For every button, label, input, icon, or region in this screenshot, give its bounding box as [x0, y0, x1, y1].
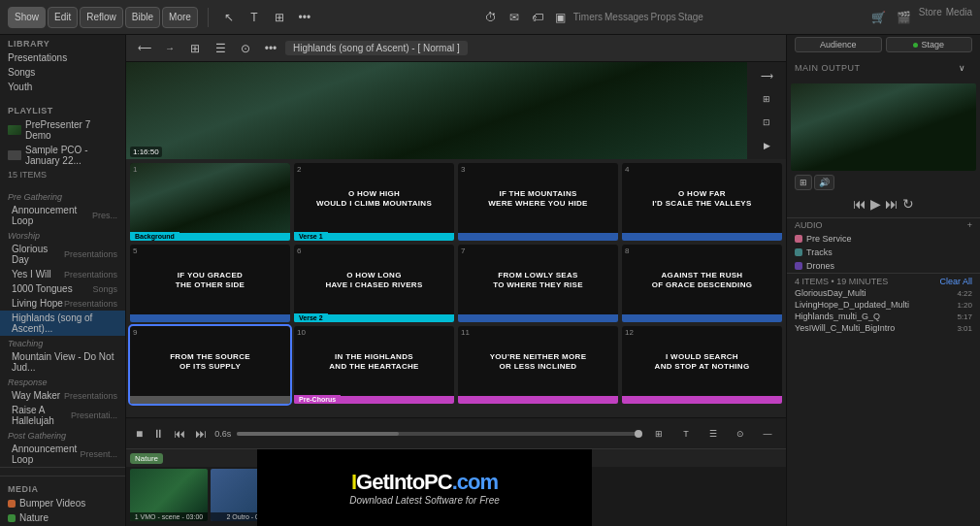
- song-highlands[interactable]: Highlands (song of Ascent)...: [0, 311, 125, 336]
- playback-prev[interactable]: ⏮: [853, 196, 866, 212]
- zoom-icon[interactable]: ⊙: [235, 38, 256, 59]
- slide-1-background[interactable]: 1 Background: [130, 163, 290, 241]
- folder-nature[interactable]: Nature: [0, 510, 125, 525]
- slide-7[interactable]: FROM LOWLY SEASTO WHERE THEY RISE 7: [458, 245, 618, 322]
- slide-4[interactable]: O HOW FARI'D SCALE THE VALLEYS 4: [622, 163, 782, 241]
- playlist-demo[interactable]: PrePresenter 7 Demo: [0, 117, 125, 143]
- stage-button[interactable]: Stage: [886, 37, 973, 52]
- watermark-overlay: IGetIntoPC.com Download Latest Software …: [257, 448, 592, 526]
- slide-6-verse2[interactable]: O HOW LONGHAVE I CHASED RIVERS 6 Verse 2: [294, 245, 454, 322]
- output-btn-2[interactable]: 🔊: [814, 175, 834, 190]
- slide-8-label-bar: [622, 314, 782, 322]
- next-button[interactable]: ⏭: [193, 425, 209, 443]
- playback-next[interactable]: ⏭: [885, 196, 898, 212]
- list-view-icon[interactable]: ☰: [210, 38, 231, 59]
- playback-play[interactable]: ▶: [870, 196, 881, 212]
- nav-back-icon[interactable]: ⟵: [134, 38, 155, 59]
- audience-button[interactable]: Audience: [795, 37, 882, 52]
- slide-ctrl-list[interactable]: ☰: [702, 423, 724, 444]
- nature-badge: Nature: [130, 453, 163, 464]
- output-btn-1[interactable]: ⊞: [795, 175, 812, 190]
- progress-handle[interactable]: [635, 430, 642, 438]
- slide-6-content: O HOW LONGHAVE I CHASED RIVERS: [294, 245, 454, 322]
- playlist-sample[interactable]: Sample PCO - January 22...: [0, 143, 125, 168]
- more-tools[interactable]: •••: [294, 7, 315, 28]
- song-living-hope[interactable]: Living Hope Presentations: [0, 296, 125, 311]
- clear-all-button[interactable]: Clear All: [939, 277, 972, 286]
- song-way-maker[interactable]: Way Maker Presentations: [0, 388, 125, 403]
- playback-loop[interactable]: ↻: [902, 196, 914, 212]
- sidebar-item-songs[interactable]: Songs: [0, 65, 125, 80]
- tab-bible[interactable]: Bible: [125, 7, 160, 28]
- play-pause-button[interactable]: ⏸: [150, 425, 166, 443]
- theme-tool[interactable]: ⊞: [269, 7, 290, 28]
- queue-item-1[interactable]: GloriousDay_Multi 4:22: [787, 287, 980, 299]
- main-preview[interactable]: 1:16:50: [126, 62, 747, 159]
- audio-item-tracks[interactable]: Tracks: [787, 246, 980, 259]
- queue-item-2[interactable]: LivingHope_D_updated_Multi 1:20: [787, 299, 980, 311]
- media-icon[interactable]: 🎬: [894, 7, 915, 28]
- group-pre-gathering: Pre Gathering: [0, 189, 125, 203]
- slide-ctrl-text[interactable]: T: [675, 423, 697, 444]
- slide-5[interactable]: IF YOU GRACEDTHE OTHER SIDE 5: [130, 245, 290, 322]
- text-tool[interactable]: T: [244, 7, 265, 28]
- tab-reflow[interactable]: Reflow: [80, 7, 123, 28]
- slide-ctrl-more[interactable]: —: [757, 423, 778, 444]
- song-1000-tongues[interactable]: 1000 Tongues Songs: [0, 281, 125, 296]
- song-yes-i-will[interactable]: Yes I Will Presentations: [0, 267, 125, 281]
- prev-button[interactable]: ⏮: [172, 425, 187, 443]
- stage-icon[interactable]: ▣: [550, 7, 572, 28]
- song-glorious-day[interactable]: Glorious Day Presentations: [0, 242, 125, 267]
- audience-stage-row: Audience Stage: [787, 35, 980, 54]
- props-icon[interactable]: 🏷: [527, 7, 548, 28]
- tab-edit[interactable]: Edit: [48, 7, 78, 28]
- stop-button[interactable]: ■: [134, 425, 145, 443]
- header-ctrl-1[interactable]: ⟶: [756, 66, 777, 86]
- grid-view-icon[interactable]: ⊞: [184, 38, 206, 59]
- timer-icon[interactable]: ⏱: [480, 7, 502, 28]
- right-sidebar: Audience Stage Main Output ∨ ⊞ 🔊 ⏮ ▶ ⏭ ↻…: [786, 35, 980, 526]
- slide-row-2: IF YOU GRACEDTHE OTHER SIDE 5 O HOW LONG…: [130, 245, 782, 322]
- header-ctrl-2[interactable]: ⊞: [756, 89, 777, 110]
- slide-ctrl-zoom[interactable]: ⊙: [730, 423, 751, 444]
- store-icon[interactable]: 🛒: [868, 7, 890, 28]
- output-chevron-icon[interactable]: ∨: [951, 57, 972, 79]
- slide-12[interactable]: I WOULD SEARCHAND STOP AT NOTHING 12: [622, 326, 782, 404]
- slide-9-active[interactable]: FROM THE SOURCEOF ITS SUPPLY 9: [130, 326, 290, 404]
- queue-item-3[interactable]: Highlands_multi_G_Q 5:17: [787, 311, 980, 322]
- sidebar-item-presentations[interactable]: Presentations: [0, 50, 125, 65]
- slide-3-number: 3: [461, 165, 465, 174]
- items-count: 15 ITEMS: [0, 168, 125, 181]
- audio-add-icon[interactable]: +: [967, 220, 972, 230]
- song-announcement-loop-pre[interactable]: Announcement Loop Pres...: [0, 203, 125, 228]
- folder-bumper-videos[interactable]: Bumper Videos: [0, 496, 125, 510]
- messages-icon[interactable]: ✉: [504, 7, 525, 28]
- audio-item-pre-service[interactable]: Pre Service: [787, 232, 980, 246]
- slide-2-verse1[interactable]: O HOW HIGHWOULD I CLIMB MOUNTAINS 2 Vers…: [294, 163, 454, 241]
- slide-8[interactable]: AGAINST THE RUSHOF GRACE DESCENDING 8: [622, 245, 782, 322]
- song-mountain-view[interactable]: Mountain View - Do Not Jud...: [0, 349, 125, 375]
- queue-item-4[interactable]: YesIWill_C_Multi_BigIntro 3:01: [787, 322, 980, 334]
- song-label: Living Hope: [12, 298, 63, 309]
- select-tool[interactable]: ↖: [218, 7, 240, 28]
- header-ctrl-3[interactable]: ⊡: [756, 113, 777, 133]
- slide-ctrl-grid[interactable]: ⊞: [648, 423, 670, 444]
- song-announcement-post[interactable]: Announcement Loop Present...: [0, 442, 125, 467]
- audio-item-drones[interactable]: Drones: [787, 259, 980, 273]
- bottom-thumb-1[interactable]: 1 VMO - scene - 03:00: [130, 469, 208, 521]
- slide-3[interactable]: IF THE MOUNTAINSWERE WHERE YOU HIDE 3: [458, 163, 618, 241]
- queue-time-3: 5:17: [957, 312, 972, 321]
- nav-forward-icon[interactable]: →: [159, 38, 180, 59]
- folder-dot-bumper: [8, 500, 16, 508]
- more-options-icon[interactable]: •••: [260, 38, 281, 59]
- main-output-preview[interactable]: [791, 83, 976, 171]
- slide-11[interactable]: YOU'RE NEITHER MOREOR LESS INCLINED 11: [458, 326, 618, 404]
- tab-show[interactable]: Show: [8, 7, 46, 28]
- progress-bar[interactable]: [237, 432, 642, 436]
- slide-4-number: 4: [625, 165, 629, 174]
- slide-10-pre-chorus[interactable]: IN THE HIGHLANDSAND THE HEARTACHE 10 Pre…: [294, 326, 454, 404]
- header-ctrl-4[interactable]: ▶: [756, 135, 777, 155]
- sidebar-item-youth[interactable]: Youth: [0, 80, 125, 94]
- song-raise-hallelujah[interactable]: Raise A Hallelujah Presentati...: [0, 403, 125, 428]
- tab-more[interactable]: More: [162, 7, 198, 28]
